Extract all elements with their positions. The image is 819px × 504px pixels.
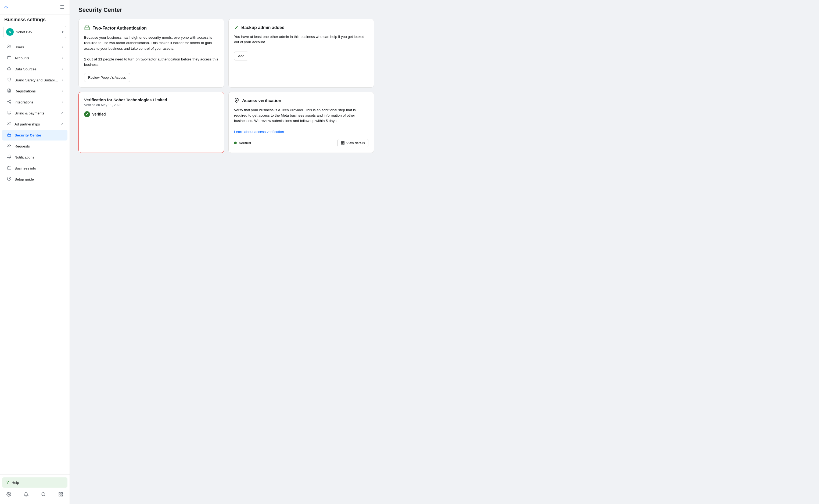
sidebar-item-data-sources[interactable]: Data Sources › bbox=[2, 64, 67, 74]
two-factor-title: Two-Factor Authentication bbox=[93, 26, 147, 31]
page-title: Security Center bbox=[78, 6, 810, 13]
sidebar-item-requests[interactable]: Requests bbox=[2, 141, 67, 152]
sidebar-item-label: Brand Safety and Suitabi… bbox=[15, 78, 59, 82]
sidebar-item-notifications[interactable]: Notifications bbox=[2, 152, 67, 163]
notifications-icon bbox=[6, 154, 12, 160]
chevron-icon: › bbox=[62, 45, 63, 49]
svg-rect-33 bbox=[343, 143, 344, 144]
chevron-icon: › bbox=[62, 56, 63, 60]
help-item[interactable]: ? Help bbox=[2, 477, 67, 488]
chevron-icon: › bbox=[62, 67, 63, 71]
hamburger-button[interactable]: ☰ bbox=[59, 3, 65, 11]
learn-about-access-verification-link[interactable]: Learn about access verification bbox=[234, 130, 284, 134]
external-link-icon: ↗ bbox=[61, 123, 63, 126]
svg-line-9 bbox=[9, 100, 10, 101]
grid-icon[interactable] bbox=[56, 491, 65, 499]
business-info-icon bbox=[6, 165, 12, 171]
backup-admin-title: Backup admin added bbox=[241, 25, 285, 30]
account-selector[interactable]: S Sobot Dev ▾ bbox=[3, 26, 66, 38]
sidebar-item-label: Integrations bbox=[15, 100, 59, 104]
svg-point-5 bbox=[10, 100, 11, 101]
sidebar-item-label: Registrations bbox=[15, 89, 59, 93]
access-status: Verified View details bbox=[234, 139, 368, 147]
svg-point-21 bbox=[8, 494, 10, 495]
add-button[interactable]: Add bbox=[234, 52, 248, 60]
two-factor-body: Because your business has heightened sec… bbox=[84, 35, 218, 68]
sidebar-footer-icons bbox=[0, 488, 70, 502]
sidebar-item-business-info[interactable]: Business info bbox=[2, 163, 67, 174]
settings-icon[interactable] bbox=[4, 491, 13, 499]
backup-admin-body: You have at least one other admin in thi… bbox=[234, 34, 368, 45]
accounts-icon bbox=[6, 55, 12, 61]
sidebar-nav: Users › Accounts › Data Sources › Brand … bbox=[0, 40, 70, 474]
verified-checkmark-icon: ✓ bbox=[84, 111, 90, 117]
sidebar-item-users[interactable]: Users › bbox=[2, 42, 67, 52]
main-content: Security Center Two-Factor Authenticatio… bbox=[70, 0, 819, 504]
help-icon: ? bbox=[6, 480, 9, 485]
sidebar-item-label: Business info bbox=[15, 166, 63, 170]
svg-rect-30 bbox=[342, 142, 343, 143]
account-name: Sobot Dev bbox=[16, 30, 60, 34]
backup-admin-card: ✓ Backup admin added You have at least o… bbox=[228, 19, 374, 88]
cards-grid: Two-Factor Authentication Because your b… bbox=[78, 19, 374, 153]
help-label: Help bbox=[12, 481, 19, 485]
lock-icon bbox=[84, 24, 90, 32]
sidebar-item-label: Setup guide bbox=[15, 177, 63, 181]
svg-rect-14 bbox=[8, 134, 11, 136]
svg-point-29 bbox=[236, 100, 237, 100]
sidebar-item-label: Users bbox=[15, 45, 59, 49]
svg-rect-28 bbox=[85, 27, 89, 30]
sidebar-item-setup-guide[interactable]: Setup guide bbox=[2, 174, 67, 185]
svg-point-6 bbox=[8, 101, 9, 102]
ad-partnerships-icon bbox=[6, 121, 12, 127]
svg-rect-10 bbox=[7, 111, 10, 113]
svg-rect-1 bbox=[7, 57, 11, 59]
sidebar-item-registrations[interactable]: Registrations › bbox=[2, 86, 67, 96]
meta-logo-icon: ∞ bbox=[4, 5, 8, 10]
svg-rect-24 bbox=[59, 492, 60, 494]
sidebar-item-label: Requests bbox=[15, 144, 63, 148]
sidebar-item-label: Data Sources bbox=[15, 67, 59, 71]
card-header: Access verification bbox=[234, 98, 368, 104]
status-dot bbox=[234, 142, 237, 144]
access-verification-title: Access verification bbox=[242, 98, 281, 103]
review-peoples-access-button[interactable]: Review People's Access bbox=[84, 73, 130, 82]
svg-point-7 bbox=[10, 102, 11, 103]
svg-rect-26 bbox=[59, 495, 60, 496]
brand-safety-icon bbox=[6, 77, 12, 83]
svg-line-8 bbox=[9, 102, 10, 103]
sidebar-item-ad-partnerships[interactable]: Ad partnerships ↗ bbox=[2, 119, 67, 129]
two-factor-card: Two-Factor Authentication Because your b… bbox=[78, 19, 224, 88]
registrations-icon bbox=[6, 88, 12, 94]
sidebar-bottom: ? Help bbox=[0, 474, 70, 504]
sidebar-item-integrations[interactable]: Integrations › bbox=[2, 97, 67, 107]
svg-rect-31 bbox=[343, 142, 344, 143]
status-verified: Verified bbox=[234, 141, 251, 145]
svg-rect-25 bbox=[61, 492, 62, 494]
card-header: Two-Factor Authentication bbox=[84, 24, 218, 32]
sidebar-item-label: Security Center bbox=[15, 133, 63, 137]
bell-icon[interactable] bbox=[21, 491, 31, 499]
external-link-icon: ↗ bbox=[61, 111, 63, 115]
billing-icon bbox=[6, 110, 12, 116]
sidebar-item-billing[interactable]: Billing & payments ↗ bbox=[2, 108, 67, 118]
verified-label: Verified bbox=[92, 112, 106, 116]
view-details-label: View details bbox=[346, 141, 365, 145]
view-details-button[interactable]: View details bbox=[337, 139, 368, 147]
sidebar-item-label: Accounts bbox=[15, 56, 59, 60]
search-icon[interactable] bbox=[39, 491, 48, 499]
sidebar-header: ∞ ☰ bbox=[0, 0, 70, 15]
sidebar-item-security-center[interactable]: Security Center bbox=[2, 130, 67, 141]
svg-line-23 bbox=[44, 495, 45, 496]
svg-point-22 bbox=[42, 492, 45, 496]
checkmark-icon: ✓ bbox=[234, 24, 239, 31]
svg-rect-18 bbox=[7, 167, 11, 169]
avatar: S bbox=[6, 28, 14, 36]
svg-rect-27 bbox=[61, 495, 62, 496]
sidebar-item-brand-safety[interactable]: Brand Safety and Suitabi… › bbox=[2, 75, 67, 85]
card-header: ✓ Backup admin added bbox=[234, 24, 368, 31]
users-icon bbox=[6, 44, 12, 50]
sidebar-item-label: Notifications bbox=[15, 155, 63, 159]
sidebar-item-accounts[interactable]: Accounts › bbox=[2, 53, 67, 63]
shield-icon bbox=[234, 98, 239, 104]
